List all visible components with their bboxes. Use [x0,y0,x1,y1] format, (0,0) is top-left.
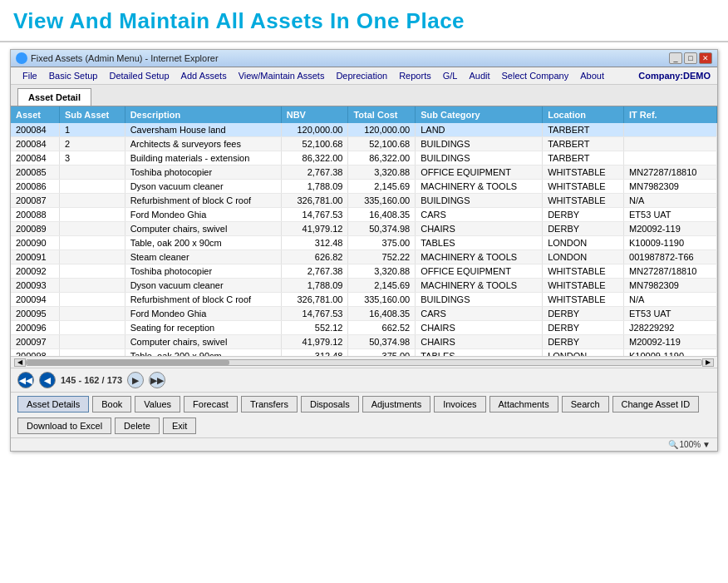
table-cell: CARS [416,307,543,321]
table-cell: 14,767.53 [281,307,348,321]
table-row[interactable]: 200096Seating for reception552.12662.52C… [11,321,717,335]
table-cell: BUILDINGS [416,137,543,151]
table-cell: 2,767.38 [281,264,348,279]
table-cell: BUILDINGS [416,194,543,208]
table-cell [59,180,125,194]
table-cell: WHITSTABLE [543,194,624,208]
menu-basic-setup[interactable]: Basic Setup [44,69,103,82]
maximize-button[interactable]: □ [684,52,697,64]
table-row[interactable]: 200095Ford Mondeo Ghia14,767.5316,408.35… [11,307,717,321]
minimize-button[interactable]: _ [669,52,682,64]
book-button[interactable]: Book [92,396,131,413]
table-row[interactable]: 2000843Building materials - extension86,… [11,151,717,166]
menu-bar: File Basic Setup Detailed Setup Add Asse… [11,67,717,85]
table-cell: WHITSTABLE [543,166,624,180]
attachments-button[interactable]: Attachments [489,396,558,413]
table-row[interactable]: 200087Refurbishment of block C roof326,7… [11,194,717,208]
table-row[interactable]: 200098Table, oak 200 x 90cm312.48375.00T… [11,349,717,357]
table-cell: 2,767.38 [281,166,348,180]
table-cell: 50,374.98 [348,222,416,236]
col-asset: Asset [11,106,59,123]
table-row[interactable]: 200085Toshiba photocopier2,767.383,320.8… [11,166,717,180]
menu-detailed-setup[interactable]: Detailed Setup [104,69,174,82]
last-page-button[interactable]: ▶▶ [149,372,165,388]
values-button[interactable]: Values [135,396,180,413]
table-cell: CARS [416,208,543,222]
table-cell: TABLES [416,349,543,357]
first-page-button[interactable]: ◀◀ [17,372,34,388]
menu-about[interactable]: About [575,69,609,82]
table-cell: 1,788.09 [281,180,348,194]
transfers-button[interactable]: Transfers [241,396,298,413]
table-cell: MACHINERY & TOOLS [416,250,543,264]
menu-view-maintain[interactable]: View/Maintain Assets [234,69,330,82]
table-cell: 1 [59,123,125,137]
table-row[interactable]: 200097Computer chairs, swivel41,979.1250… [11,335,717,349]
menu-gl[interactable]: G/L [438,69,463,82]
table-row[interactable]: 200090Table, oak 200 x 90cm312.48375.00T… [11,236,717,250]
tab-asset-detail[interactable]: Asset Detail [17,88,91,106]
forecast-button[interactable]: Forecast [184,396,238,413]
table-row[interactable]: 200089Computer chairs, swivel41,979.1250… [11,222,717,236]
page-info: 145 - 162 / 173 [61,375,122,385]
table-row[interactable]: 200092Toshiba photocopier2,767.383,320.8… [11,264,717,279]
table-cell: Dyson vacuum cleaner [125,180,281,194]
menu-depreciation[interactable]: Depreciation [331,69,392,82]
menu-file[interactable]: File [17,69,42,82]
table-cell: 41,979.12 [281,222,348,236]
scroll-right-arrow[interactable]: ▶ [702,358,714,367]
table-cell: TARBERT [543,123,624,137]
asset-details-button[interactable]: Asset Details [17,396,89,413]
table-cell: 41,979.12 [281,335,348,349]
zoom-arrow-icon: ▼ [702,440,711,449]
table-cell: MACHINERY & TOOLS [416,180,543,194]
change-asset-id-button[interactable]: Change Asset ID [612,396,700,413]
disposals-button[interactable]: Disposals [301,396,359,413]
close-button[interactable]: ✕ [699,52,712,64]
table-row[interactable]: 2000842Architects & surveyors fees52,100… [11,137,717,151]
table-cell: CHAIRS [416,222,543,236]
menu-add-assets[interactable]: Add Assets [176,69,232,82]
table-row[interactable]: 200086Dyson vacuum cleaner1,788.092,145.… [11,180,717,194]
bottom-buttons-row2: Download to Excel Delete Exit [11,416,717,437]
table-cell: 52,100.68 [281,137,348,151]
table-cell: M20092-119 [624,222,717,236]
table-cell: WHITSTABLE [543,180,624,194]
table-cell: 200091 [11,250,59,264]
next-page-button[interactable]: ▶ [127,372,144,388]
table-cell: 752.22 [348,250,416,264]
horizontal-scrollbar[interactable]: ◀ ▶ [11,356,717,368]
scroll-left-arrow[interactable]: ◀ [14,358,26,367]
table-row[interactable]: 200091Steam cleaner626.82752.22MACHINERY… [11,250,717,264]
table-cell: Refurbishment of block C roof [125,293,281,307]
table-cell: 375.00 [348,349,416,357]
table-cell: 16,408.35 [348,208,416,222]
table-cell: 326,781.00 [281,293,348,307]
menu-audit[interactable]: Audit [464,69,494,82]
invoices-button[interactable]: Invoices [434,396,485,413]
title-bar-controls: _ □ ✕ [669,52,712,64]
zoom-level: 100% [680,440,701,449]
exit-button[interactable]: Exit [163,417,196,434]
table-cell: LONDON [543,236,624,250]
menu-select-company[interactable]: Select Company [497,69,574,82]
table-row[interactable]: 2000841Caversham House land120,000.00120… [11,123,717,137]
table-cell: CHAIRS [416,321,543,335]
zoom-indicator: 🔍 100% ▼ [668,440,711,449]
table-cell: 86,322.00 [281,151,348,166]
scroll-track[interactable] [26,359,702,366]
tab-bar: Asset Detail [11,85,717,106]
table-cell: 335,160.00 [348,293,416,307]
search-button[interactable]: Search [562,396,609,413]
download-to-excel-button[interactable]: Download to Excel [17,417,111,434]
delete-button[interactable]: Delete [115,417,160,434]
table-row[interactable]: 200088Ford Mondeo Ghia14,767.5316,408.35… [11,208,717,222]
adjustments-button[interactable]: Adjustments [362,396,431,413]
table-row[interactable]: 200093Dyson vacuum cleaner1,788.092,145.… [11,279,717,293]
table-wrapper: Asset Sub Asset Description NBV Total Co… [11,106,717,356]
prev-page-button[interactable]: ◀ [39,372,56,388]
table-row[interactable]: 200094Refurbishment of block C roof326,7… [11,293,717,307]
table-cell: 200084 [11,151,59,166]
menu-reports[interactable]: Reports [394,69,436,82]
table-cell: 200097 [11,335,59,349]
